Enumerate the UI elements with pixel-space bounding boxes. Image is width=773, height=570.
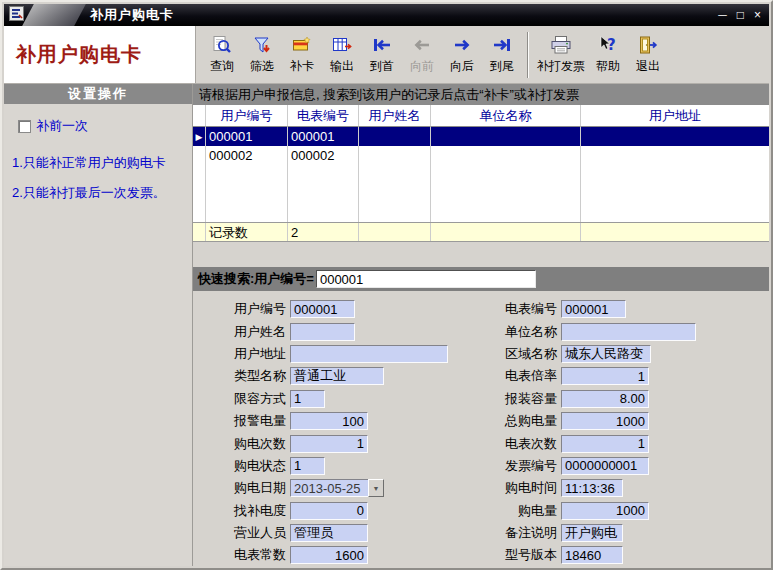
reissue-card-button[interactable]: 补卡 xyxy=(282,29,322,81)
sidebar: 设置操作 补前一次 1.只能补正常用户的购电卡 2.只能补打最后一次发票。 xyxy=(4,84,193,566)
field-label: 购电状态 xyxy=(197,457,290,475)
form-row: 用户地址 xyxy=(197,343,448,365)
first-icon xyxy=(372,34,392,56)
exit-button[interactable]: 退出 xyxy=(628,29,668,81)
form-row: 购电量 1000 xyxy=(475,500,696,522)
type-name-field[interactable]: 普通工业 xyxy=(290,367,384,385)
table-cell[interactable] xyxy=(581,146,769,165)
form-row: 电表常数 1600 xyxy=(197,544,448,566)
column-header[interactable]: 用户编号 xyxy=(206,105,288,127)
table-row[interactable]: ▶ 000001 000001 xyxy=(193,127,769,146)
table-cell[interactable]: 000001 xyxy=(288,127,359,146)
unit-name-field[interactable] xyxy=(561,323,696,341)
search-input[interactable] xyxy=(316,270,536,288)
operator-field[interactable]: 管理员 xyxy=(290,524,368,542)
window-controls: ─ □ × xyxy=(718,4,761,26)
chevron-down-icon[interactable]: ▼ xyxy=(368,479,384,497)
first-record-button[interactable]: 到首 xyxy=(362,29,402,81)
toolbar: 查询 筛选 补卡 输出 到首 向前 xyxy=(196,26,769,83)
form-row: 电表次数 1 xyxy=(475,432,696,454)
meter-times-field[interactable]: 1 xyxy=(561,435,649,453)
toolbar-area: 补用户购电卡 查询 筛选 补卡 输出 到首 xyxy=(4,26,769,84)
total-energy-field[interactable]: 1000 xyxy=(561,412,649,430)
field-label: 电表常数 xyxy=(197,546,290,564)
form-row: 营业人员 管理员 xyxy=(197,522,448,544)
record-count-value: 2 xyxy=(288,223,359,242)
button-label: 到首 xyxy=(370,58,394,75)
form-row: 购电时间 11:13:36 xyxy=(475,477,696,499)
meter-no-field[interactable]: 000001 xyxy=(561,300,626,318)
table-row[interactable]: 000002 000002 xyxy=(193,146,769,165)
user-no-field[interactable]: 000001 xyxy=(290,300,355,318)
meter-ratio-field[interactable]: 1 xyxy=(561,367,649,385)
field-label: 类型名称 xyxy=(197,367,290,385)
table-cell[interactable]: 000002 xyxy=(288,146,359,165)
pre-previous-checkbox-row[interactable]: 补前一次 xyxy=(18,117,192,135)
minimize-button[interactable]: ─ xyxy=(718,9,727,21)
close-button[interactable]: × xyxy=(754,9,761,21)
field-label: 购电次数 xyxy=(197,435,290,453)
limit-mode-field[interactable]: 1 xyxy=(290,390,325,408)
table-cell[interactable] xyxy=(581,127,769,146)
table-cell[interactable] xyxy=(359,146,431,165)
meter-constant-field[interactable]: 1600 xyxy=(290,546,368,564)
purchase-date-value[interactable]: 2013-05-25 xyxy=(290,479,368,497)
form-row: 区域名称 城东人民路变 xyxy=(475,343,696,365)
card-icon xyxy=(292,34,312,56)
field-label: 电表次数 xyxy=(475,435,561,453)
invoice-no-field[interactable]: 0000000001 xyxy=(561,457,649,475)
column-header[interactable]: 单位名称 xyxy=(431,105,581,127)
maximize-button[interactable]: □ xyxy=(737,9,744,21)
reprint-invoice-button[interactable]: 补打发票 xyxy=(534,29,588,81)
svg-text:?: ? xyxy=(607,36,616,54)
form-row: 用户姓名 xyxy=(197,320,448,342)
field-label: 营业人员 xyxy=(197,524,290,542)
table-cell[interactable] xyxy=(431,146,581,165)
purchase-status-field[interactable]: 1 xyxy=(290,457,325,475)
purchase-date-combo[interactable]: 2013-05-25 ▼ xyxy=(290,479,384,497)
checkbox-icon[interactable] xyxy=(18,120,31,133)
previous-icon xyxy=(412,34,432,56)
form-row: 发票编号 0000000001 xyxy=(475,455,696,477)
filter-button[interactable]: 筛选 xyxy=(242,29,282,81)
user-table: 用户编号 电表编号 用户姓名 单位名称 用户地址 ▶ 000001 000001… xyxy=(193,105,769,242)
quick-search-bar: 快速搜索:用户编号= xyxy=(193,267,769,291)
column-header[interactable]: 电表编号 xyxy=(288,105,359,127)
main-area: 请根据用户申报信息, 搜索到该用户的记录后点击“补卡”或补打发票 用户编号 电表… xyxy=(193,84,769,566)
user-address-field[interactable] xyxy=(290,345,448,363)
table-cell[interactable]: 000002 xyxy=(206,146,288,165)
form-row: 购电状态 1 xyxy=(197,455,448,477)
sidebar-note-1: 1.只能补正常用户的购电卡 xyxy=(12,155,186,172)
user-name-field[interactable] xyxy=(290,323,355,341)
field-label: 用户姓名 xyxy=(197,323,290,341)
region-name-field[interactable]: 城东人民路变 xyxy=(561,345,651,363)
form-row: 类型名称 普通工业 xyxy=(197,365,448,387)
next-record-button[interactable]: 向后 xyxy=(442,29,482,81)
help-button[interactable]: ? 帮助 xyxy=(588,29,628,81)
installed-capacity-field[interactable]: 8.00 xyxy=(561,390,649,408)
adjustment-energy-field[interactable]: 0 xyxy=(290,502,368,520)
purchase-energy-field[interactable]: 1000 xyxy=(561,502,649,520)
table-cell[interactable]: 000001 xyxy=(206,127,288,146)
last-record-button[interactable]: 到尾 xyxy=(482,29,522,81)
remark-field[interactable]: 开户购电 xyxy=(561,524,623,542)
table-cell[interactable] xyxy=(359,127,431,146)
query-button[interactable]: 查询 xyxy=(202,29,242,81)
button-label: 查询 xyxy=(210,58,234,75)
field-label: 限容方式 xyxy=(197,390,290,408)
column-header[interactable]: 用户地址 xyxy=(581,105,769,127)
form-row: 电表倍率 1 xyxy=(475,365,696,387)
alarm-energy-field[interactable]: 100 xyxy=(290,412,368,430)
previous-record-button[interactable]: 向前 xyxy=(402,29,442,81)
table-cell[interactable] xyxy=(431,127,581,146)
instruction-bar: 请根据用户申报信息, 搜索到该用户的记录后点击“补卡”或补打发票 xyxy=(193,84,769,105)
button-label: 到尾 xyxy=(490,58,514,75)
column-header[interactable]: 用户姓名 xyxy=(359,105,431,127)
exit-icon xyxy=(638,34,658,56)
form-row: 电表编号 000001 xyxy=(475,298,696,320)
export-button[interactable]: 输出 xyxy=(322,29,362,81)
model-version-field[interactable]: 18460 xyxy=(561,546,623,564)
purchase-times-field[interactable]: 1 xyxy=(290,435,368,453)
purchase-time-field[interactable]: 11:13:36 xyxy=(561,479,623,497)
form-row: 型号版本 18460 xyxy=(475,544,696,566)
